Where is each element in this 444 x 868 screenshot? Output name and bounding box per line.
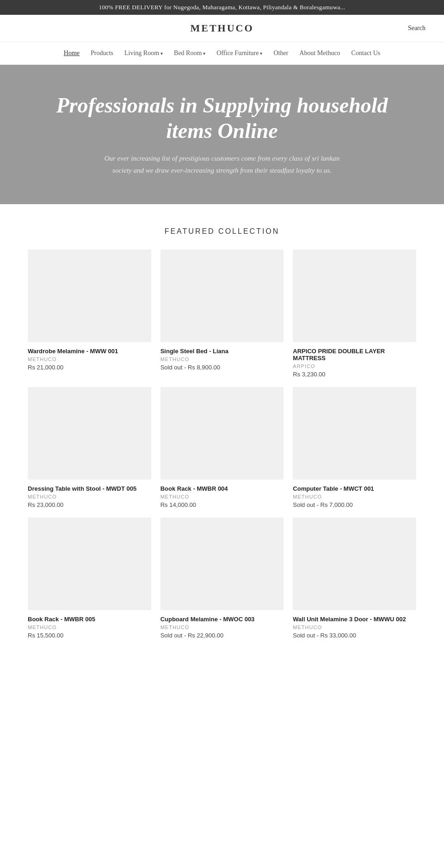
product-name: Computer Table - MWCT 001	[293, 485, 416, 492]
product-vendor: METHUCO	[28, 494, 151, 500]
product-name: Book Rack - MWBR 005	[28, 616, 151, 623]
product-image	[293, 518, 416, 610]
product-image	[293, 387, 416, 480]
product-name: ARPICO PRIDE DOUBLE LAYER MATTRESS	[293, 348, 416, 362]
nav-item-living-room[interactable]: Living Room▾	[119, 48, 168, 59]
product-vendor: ARPICO	[293, 363, 416, 369]
product-vendor: METHUCO	[293, 624, 416, 630]
product-vendor: METHUCO	[160, 624, 284, 630]
product-card[interactable]: Wardrobe Melamine - MWW 001METHUCORs 21,…	[28, 250, 151, 378]
banner-text: 100% FREE DELIVERY for Nugegoda, Maharag…	[99, 4, 345, 11]
product-name: Single Steel Bed - Liana	[160, 348, 284, 355]
product-vendor: METHUCO	[28, 624, 151, 630]
nav-item-contact-us[interactable]: Contact Us	[346, 48, 386, 59]
product-name: Wall Unit Melamine 3 Door - MWWU 002	[293, 616, 416, 623]
product-image	[160, 518, 284, 610]
product-vendor: METHUCO	[160, 356, 284, 362]
product-price: Sold out - Rs 8,900.00	[160, 364, 284, 371]
product-image	[28, 387, 151, 480]
product-vendor: METHUCO	[160, 494, 284, 500]
product-price: Sold out - Rs 33,000.00	[293, 632, 416, 639]
product-name: Dressing Table with Stool - MWDT 005	[28, 485, 151, 492]
product-image	[293, 250, 416, 342]
product-price: Rs 3,230.00	[293, 371, 416, 378]
product-card[interactable]: Wall Unit Melamine 3 Door - MWWU 002METH…	[293, 518, 416, 639]
product-name: Cupboard Melamine - MWOC 003	[160, 616, 284, 623]
product-card[interactable]: Computer Table - MWCT 001METHUCOSold out…	[293, 387, 416, 508]
product-price: Sold out - Rs 22,900.00	[160, 632, 284, 639]
nav-item-home[interactable]: Home	[58, 48, 85, 59]
product-price: Rs 23,000.00	[28, 501, 151, 508]
product-vendor: METHUCO	[293, 494, 416, 500]
product-card[interactable]: Book Rack - MWBR 004METHUCORs 14,000.00	[160, 387, 284, 508]
nav-item-other[interactable]: Other	[268, 48, 294, 59]
nav-item-products[interactable]: Products	[85, 48, 119, 59]
product-name: Book Rack - MWBR 004	[160, 485, 284, 492]
product-card[interactable]: ARPICO PRIDE DOUBLE LAYER MATTRESSARPICO…	[293, 250, 416, 378]
product-card[interactable]: Cupboard Melamine - MWOC 003METHUCOSold …	[160, 518, 284, 639]
search-link[interactable]: Search	[408, 25, 426, 32]
hero-subtitle: Our ever increasing list of prestigious …	[102, 153, 342, 176]
featured-collection: FEATURED COLLECTION Wardrobe Melamine - …	[0, 204, 444, 657]
product-name: Wardrobe Melamine - MWW 001	[28, 348, 151, 355]
product-price: Rs 14,000.00	[160, 501, 284, 508]
main-nav: HomeProductsLiving Room▾Bed Room▾Office …	[0, 42, 444, 65]
product-grid: Wardrobe Melamine - MWW 001METHUCORs 21,…	[28, 250, 416, 639]
product-card[interactable]: Dressing Table with Stool - MWDT 005METH…	[28, 387, 151, 508]
featured-title: FEATURED COLLECTION	[28, 227, 416, 236]
site-header: METHUCO Search	[0, 15, 444, 42]
site-logo[interactable]: METHUCO	[190, 22, 253, 34]
nav-item-about-methuco[interactable]: About Methuco	[294, 48, 345, 59]
top-banner: 100% FREE DELIVERY for Nugegoda, Maharag…	[0, 0, 444, 15]
product-price: Rs 15,500.00	[28, 632, 151, 639]
product-image	[160, 250, 284, 342]
chevron-down-icon: ▾	[203, 51, 205, 56]
chevron-down-icon: ▾	[260, 51, 262, 56]
nav-item-bed-room[interactable]: Bed Room▾	[168, 48, 211, 59]
product-image	[28, 518, 151, 610]
nav-item-office-furniture[interactable]: Office Furniture▾	[211, 48, 268, 59]
product-card[interactable]: Book Rack - MWBR 005METHUCORs 15,500.00	[28, 518, 151, 639]
product-price: Sold out - Rs 7,000.00	[293, 501, 416, 508]
hero-title: Professionals in Supplying household ite…	[37, 93, 407, 144]
product-image	[160, 387, 284, 480]
product-image	[28, 250, 151, 342]
hero-section: Professionals in Supplying household ite…	[0, 65, 444, 204]
chevron-down-icon: ▾	[160, 51, 163, 56]
product-vendor: METHUCO	[28, 356, 151, 362]
product-card[interactable]: Single Steel Bed - LianaMETHUCOSold out …	[160, 250, 284, 378]
product-price: Rs 21,000.00	[28, 364, 151, 371]
